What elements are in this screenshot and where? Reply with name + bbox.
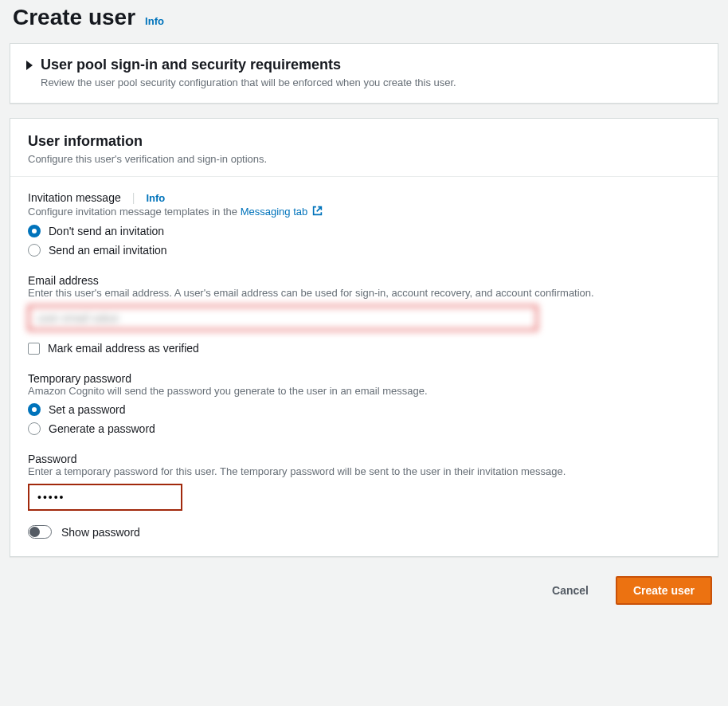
password-label: Password xyxy=(28,453,700,465)
radio-icon xyxy=(28,403,41,416)
requirements-title: User pool sign-in and security requireme… xyxy=(41,57,456,73)
expandable-section-toggle[interactable]: User pool sign-in and security requireme… xyxy=(10,44,718,103)
radio-label: Send an email invitation xyxy=(49,244,167,257)
radio-dont-send[interactable]: Don't send an invitation xyxy=(28,225,700,237)
mark-verified-checkbox[interactable]: Mark email address as verified xyxy=(28,342,700,355)
radio-icon xyxy=(28,244,41,257)
radio-send-email[interactable]: Send an email invitation xyxy=(28,244,700,257)
requirements-desc: Review the user pool security configurat… xyxy=(41,76,456,88)
password-desc: Enter a temporary password for this user… xyxy=(28,465,700,477)
email-input[interactable] xyxy=(28,305,538,331)
user-info-desc: Configure this user's verification and s… xyxy=(28,153,700,165)
checkbox-icon xyxy=(28,343,40,355)
page-header: Create user Info xyxy=(10,0,718,43)
radio-icon xyxy=(28,225,41,237)
toggle-knob-icon xyxy=(29,527,40,537)
radio-generate-password[interactable]: Generate a password xyxy=(28,422,700,435)
password-section: Password Enter a temporary password for … xyxy=(28,453,700,539)
temp-password-desc: Amazon Cognito will send the password yo… xyxy=(28,385,700,397)
info-link[interactable]: Info xyxy=(145,15,164,27)
temp-password-section: Temporary password Amazon Cognito will s… xyxy=(28,372,700,435)
invitation-desc: Configure invitation message templates i… xyxy=(28,206,700,218)
radio-label: Don't send an invitation xyxy=(49,225,164,237)
cancel-button[interactable]: Cancel xyxy=(536,576,605,605)
password-input[interactable] xyxy=(28,484,182,511)
requirements-panel: User pool sign-in and security requireme… xyxy=(10,43,718,104)
external-link-icon xyxy=(312,206,323,218)
page-title: Create user xyxy=(13,5,135,30)
radio-label: Set a password xyxy=(49,403,126,416)
user-info-title: User information xyxy=(28,133,700,150)
caret-right-icon xyxy=(26,61,33,70)
invitation-label: Invitation message xyxy=(28,191,121,204)
messaging-tab-link[interactable]: Messaging tab xyxy=(241,206,323,218)
email-label: Email address xyxy=(28,274,700,287)
temp-password-label: Temporary password xyxy=(28,372,700,385)
show-password-label: Show password xyxy=(61,526,140,539)
radio-label: Generate a password xyxy=(49,422,155,435)
radio-icon xyxy=(28,422,41,435)
invitation-info-link[interactable]: Info xyxy=(146,192,165,204)
invitation-section: Invitation message | Info Configure invi… xyxy=(28,191,700,257)
radio-set-password[interactable]: Set a password xyxy=(28,403,700,416)
checkbox-label: Mark email address as verified xyxy=(48,342,199,355)
email-section: Email address Enter this user's email ad… xyxy=(28,274,700,355)
footer-actions: Cancel Create user xyxy=(10,571,718,605)
show-password-toggle[interactable] xyxy=(28,525,52,539)
user-info-panel: User information Configure this user's v… xyxy=(10,118,718,557)
create-user-button[interactable]: Create user xyxy=(616,576,712,605)
email-desc: Enter this user's email address. A user'… xyxy=(28,287,700,299)
